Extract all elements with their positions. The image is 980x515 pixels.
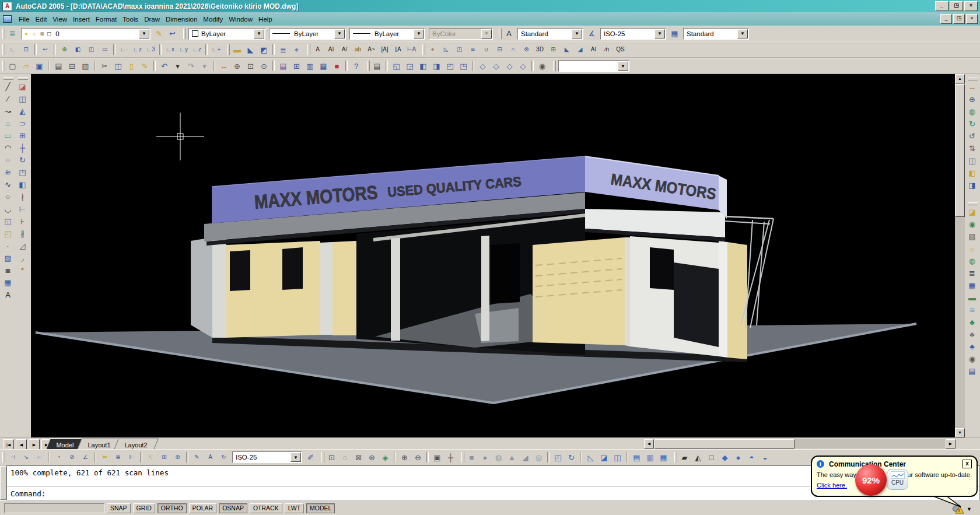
linear-dimension-icon[interactable]: ⊣ [6, 451, 19, 464]
ellipse-arc-icon[interactable]: ◡ [1, 203, 15, 215]
setup-profile-icon[interactable]: ▦ [657, 451, 670, 464]
lineweight-combo-dropdown-icon[interactable]: ▼ [414, 29, 424, 38]
erase-icon[interactable]: ◪ [16, 80, 29, 92]
copy-clip-icon[interactable]: ◫ [112, 60, 124, 72]
click-here-link[interactable]: Click here. [817, 482, 847, 489]
spline-icon[interactable]: ∿ [1, 178, 15, 190]
dimension-update-icon[interactable]: ↻ [218, 451, 230, 464]
dim-style-dropdown-icon[interactable]: ▼ [654, 29, 665, 38]
ucs-view-icon[interactable]: ▭ [99, 44, 111, 56]
area-2-icon[interactable]: ◢ [574, 44, 586, 56]
balloon-close-button[interactable]: x [963, 460, 972, 468]
extrude-icon[interactable]: ◰ [552, 451, 564, 464]
locate-point-icon[interactable]: ⌖ [290, 44, 303, 56]
scroll-up-icon[interactable]: ▲ [955, 74, 965, 83]
inquiry-magnifier-icon[interactable]: ⌖ [426, 44, 439, 56]
move-icon[interactable]: ┼ [16, 142, 29, 153]
zoom-window-std-icon[interactable]: ⊡ [244, 60, 257, 72]
baseline-dimension-icon[interactable]: ≣ [112, 451, 124, 464]
autocad-app-icon[interactable]: A [2, 2, 12, 11]
radius-dimension-icon[interactable]: ◔ [52, 451, 65, 464]
single-line-text-icon[interactable]: AI [325, 44, 337, 56]
revision-cloud-icon[interactable]: ≋ [1, 166, 15, 178]
point-node-icon[interactable]: ∕n [601, 44, 613, 56]
menu-help[interactable]: Help [256, 14, 275, 24]
color-control-combo[interactable]: ByLayer ▼ [188, 28, 265, 40]
design-center-icon[interactable]: ⊞ [290, 60, 303, 72]
3d-mesh-icon[interactable]: ◒ [759, 451, 771, 464]
box-solid-icon[interactable]: ■ [466, 451, 478, 464]
2d-solid-icon[interactable]: ▰ [678, 451, 691, 464]
drawing-document-icon[interactable] [3, 15, 12, 23]
white-column-3[interactable] [391, 238, 400, 341]
horizontal-scroll-thumb[interactable] [654, 439, 794, 449]
ordinate-dimension-icon[interactable]: ⌐ [33, 451, 46, 464]
lights-icon[interactable]: ☼ [965, 243, 979, 254]
chamfer-icon[interactable]: ◿ [16, 240, 29, 251]
copy-icon[interactable]: ◫ [16, 93, 29, 104]
fog-icon[interactable]: ≋ [965, 304, 979, 316]
vertical-scroll-thumb[interactable] [955, 84, 965, 217]
ucs-object-icon[interactable]: ◧ [72, 44, 84, 56]
insert-block-icon[interactable]: ◱ [1, 215, 15, 227]
layer-previous-icon[interactable]: ↩ [166, 27, 178, 40]
circle-icon[interactable]: ○ [1, 154, 15, 166]
toggle-osnap[interactable]: OSNAP [219, 503, 247, 513]
front-view-icon[interactable]: ◰ [444, 60, 456, 72]
command-window-splitter[interactable] [0, 466, 6, 500]
explode-icon[interactable]: * [16, 264, 29, 276]
toggle-polar[interactable]: POLAR [189, 503, 217, 513]
table-style-dropdown-icon[interactable]: ▼ [737, 29, 748, 38]
landscape-edit-icon[interactable]: ♣ [965, 328, 979, 340]
dim-style-bottom-icon[interactable]: ✐ [304, 451, 317, 464]
landscape-library-icon[interactable]: ♣ [965, 341, 979, 352]
list-icon[interactable]: ≣ [277, 44, 289, 56]
3d-dome-icon[interactable]: ◓ [746, 451, 758, 464]
subtract-icon[interactable]: ⊟ [494, 44, 506, 56]
rotate-icon[interactable]: ↻ [16, 154, 29, 166]
quick-leader-icon[interactable]: ↖ [145, 451, 157, 464]
revolve-icon[interactable]: ↻ [565, 451, 578, 464]
right-window-opening[interactable] [650, 247, 674, 290]
back-view-icon[interactable]: ◳ [457, 60, 470, 72]
close-button[interactable]: × [964, 1, 978, 11]
bottom-view-icon[interactable]: ◲ [404, 60, 416, 72]
cone-solid-icon[interactable]: ▲ [506, 451, 518, 464]
dimension-edit-icon[interactable]: ✎ [191, 451, 203, 464]
tab-next-button[interactable]: ▶ [29, 439, 40, 450]
3d-label-icon[interactable]: 3D [534, 44, 546, 56]
hide-icon[interactable]: ◪ [965, 206, 979, 218]
tab-layout2[interactable]: Layout2 [114, 439, 159, 450]
3d-face-icon[interactable]: ◭ [692, 451, 704, 464]
text-style-2-icon[interactable]: A~ [365, 44, 377, 56]
tan-wall-panel-2[interactable] [332, 241, 356, 335]
setup-view-icon[interactable]: ▥ [644, 451, 656, 464]
render-preferences-icon[interactable]: ◉ [965, 353, 979, 365]
distance-2-icon[interactable]: ◣ [561, 44, 573, 56]
menu-tools[interactable]: Tools [120, 14, 141, 24]
zoom-realtime-icon[interactable]: ⊕ [231, 60, 243, 72]
mtext-toolbar-icon[interactable]: A [312, 44, 324, 56]
3d-zoom-icon[interactable]: ⊕ [965, 93, 979, 105]
area-icon[interactable]: ◣ [244, 44, 257, 56]
materials-library-icon[interactable]: ≣ [965, 267, 979, 279]
break-at-point-icon[interactable]: ⊦ [16, 215, 29, 227]
wedge-tool-icon[interactable]: ◺ [440, 44, 452, 56]
named-view-dropdown-icon[interactable]: ▼ [618, 61, 628, 71]
quick-dimension-icon[interactable]: ⊨ [99, 451, 111, 464]
3d-adjust-clip-icon[interactable]: ◫ [965, 155, 979, 166]
make-block-icon[interactable]: ◰ [1, 227, 15, 239]
nw-isometric-icon[interactable]: ◇ [517, 60, 529, 72]
tolerance-icon[interactable]: ⊞ [158, 451, 170, 464]
toggle-model[interactable]: MODEL [306, 503, 335, 513]
materials-icon[interactable]: ◍ [965, 255, 979, 267]
ucs-world-icon[interactable]: ⊕ [58, 44, 71, 56]
text-style-combo[interactable]: Standard ▼ [517, 28, 583, 40]
background-icon[interactable]: ▬ [965, 292, 979, 303]
line-icon[interactable]: ╱ [1, 80, 15, 92]
ucs-previous-icon[interactable]: ↩ [39, 44, 51, 56]
ucs-z-rotate-icon[interactable]: ∟z [191, 44, 203, 56]
cylinder-solid-icon[interactable]: ◍ [492, 451, 505, 464]
3d-array-icon[interactable]: ⊞ [547, 44, 559, 56]
color-combo-dropdown-icon[interactable]: ▼ [254, 29, 264, 38]
